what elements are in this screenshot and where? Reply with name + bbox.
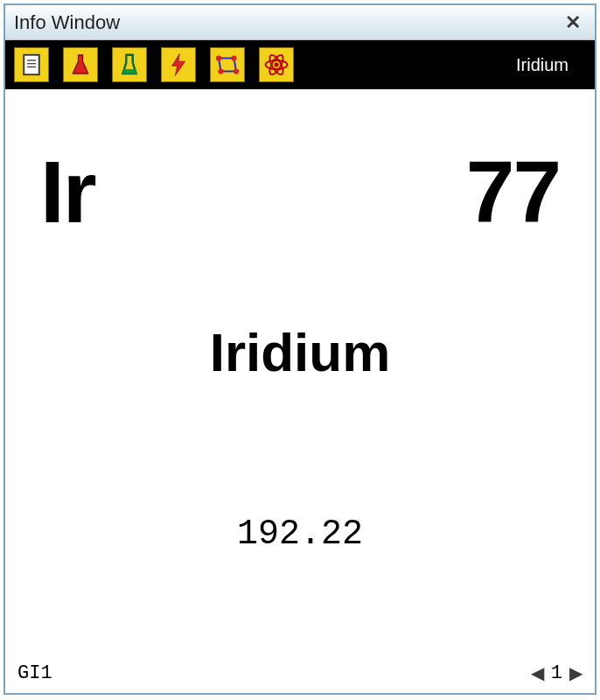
beaker-icon[interactable] (112, 47, 147, 82)
close-icon[interactable]: ✕ (560, 13, 586, 32)
svg-point-15 (275, 63, 279, 67)
pager: ◀ 1 ▶ (531, 662, 583, 684)
next-page-icon[interactable]: ▶ (569, 662, 583, 683)
element-card: Ir 77 Iridium 192.22 (5, 89, 595, 658)
status-code: GI1 (17, 662, 52, 684)
statusbar: GI1 ◀ 1 ▶ (5, 658, 595, 693)
toolbar-element-label: Iridium (516, 55, 586, 75)
flask-icon[interactable] (63, 47, 98, 82)
svg-point-11 (234, 68, 239, 74)
toolbar: Iridium (5, 40, 595, 89)
info-window: Info Window ✕ Iridium Ir 77 Iridium 192.… (3, 4, 597, 695)
element-atomic-number: 77 (466, 142, 560, 242)
lattice-icon[interactable] (210, 47, 245, 82)
element-header-row: Ir 77 (40, 142, 560, 242)
lightning-icon[interactable] (161, 47, 196, 82)
atom-icon[interactable] (259, 47, 294, 82)
svg-point-8 (216, 55, 221, 60)
element-name: Iridium (40, 321, 560, 383)
svg-rect-0 (24, 55, 39, 75)
window-title: Info Window (14, 11, 120, 34)
element-symbol: Ir (40, 142, 95, 242)
svg-point-10 (218, 68, 223, 74)
svg-point-9 (231, 55, 236, 60)
element-atomic-mass: 192.22 (40, 514, 560, 554)
titlebar: Info Window ✕ (5, 5, 595, 40)
page-number: 1 (551, 662, 562, 684)
prev-page-icon[interactable]: ◀ (531, 662, 544, 683)
document-icon[interactable] (14, 47, 49, 82)
